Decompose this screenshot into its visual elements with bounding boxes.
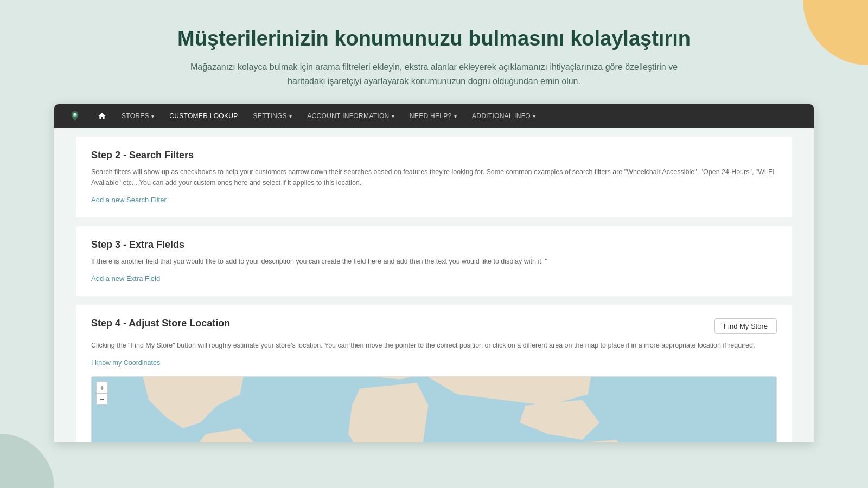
- map-zoom-in-button[interactable]: +: [96, 381, 108, 393]
- page-description: Mağazanızı kolayca bulmak için arama fil…: [190, 60, 678, 88]
- map-container[interactable]: + −: [91, 376, 777, 442]
- step2-description: Search filters will show up as checkboxe…: [91, 166, 777, 188]
- browser-window: STORES ▾ CUSTOMER LOOKUP SETTINGS ▾ ACCO…: [54, 104, 814, 442]
- nav-additional-info[interactable]: ADDITIONAL INFO ▾: [464, 104, 543, 128]
- step3-card: Step 3 - Extra Fields If there is anothe…: [76, 226, 792, 296]
- nav-home-button[interactable]: [90, 104, 114, 128]
- svg-point-1: [74, 113, 76, 116]
- content-area: Step 2 - Search Filters Search filters w…: [54, 128, 814, 442]
- add-extra-field-link[interactable]: Add a new Extra Field: [91, 274, 160, 282]
- navbar: STORES ▾ CUSTOMER LOOKUP SETTINGS ▾ ACCO…: [54, 104, 814, 128]
- navbar-logo: [65, 106, 85, 126]
- step2-title: Step 2 - Search Filters: [91, 150, 777, 161]
- settings-chevron: ▾: [289, 113, 292, 119]
- step3-description: If there is another field that you would…: [91, 256, 777, 267]
- map-zoom-out-button[interactable]: −: [96, 393, 108, 405]
- stores-chevron: ▾: [151, 113, 154, 119]
- know-coordinates-link[interactable]: I know my Coordinates: [91, 359, 160, 367]
- map-background: + −: [92, 377, 776, 442]
- find-my-store-button[interactable]: Find My Store: [714, 318, 777, 334]
- step4-card: Step 4 - Adjust Store Location Find My S…: [76, 305, 792, 442]
- help-chevron: ▾: [454, 113, 457, 119]
- nav-need-help[interactable]: NEED HELP? ▾: [402, 104, 464, 128]
- map-controls: + −: [96, 381, 108, 405]
- nav-account-information[interactable]: ACCOUNT INFORMATION ▾: [299, 104, 402, 128]
- step4-description: Clicking the "Find My Store" button will…: [91, 340, 777, 351]
- deco-bottom-left: [0, 434, 54, 488]
- step4-title: Step 4 - Adjust Store Location: [91, 318, 230, 329]
- page-header: Müşterilerinizin konumunuzu bulmasını ko…: [0, 0, 868, 104]
- account-chevron: ▾: [392, 113, 394, 119]
- step2-card: Step 2 - Search Filters Search filters w…: [76, 137, 792, 217]
- step4-header: Step 4 - Adjust Store Location Find My S…: [91, 318, 777, 335]
- nav-stores[interactable]: STORES ▾: [114, 104, 162, 128]
- step3-title: Step 3 - Extra Fields: [91, 239, 777, 251]
- additional-chevron: ▾: [533, 113, 535, 119]
- nav-settings[interactable]: SETTINGS ▾: [246, 104, 300, 128]
- nav-customer-lookup[interactable]: CUSTOMER LOOKUP: [162, 104, 245, 128]
- add-search-filter-link[interactable]: Add a new Search Filter: [91, 196, 167, 204]
- page-title: Müşterilerinizin konumunuzu bulmasını ko…: [108, 27, 760, 50]
